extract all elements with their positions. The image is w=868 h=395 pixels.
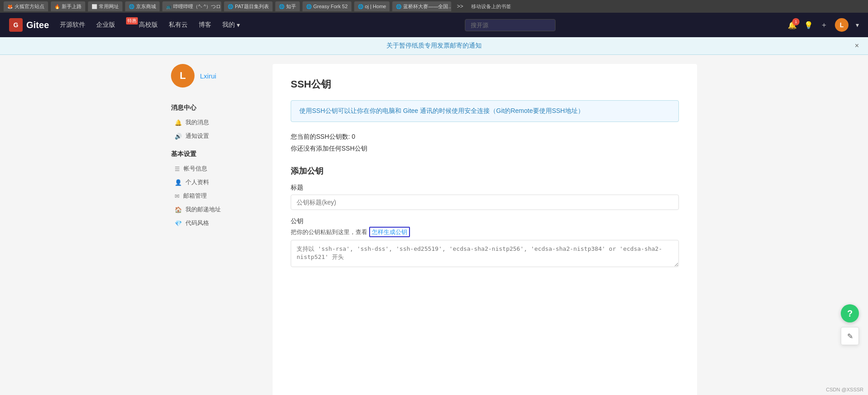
add-icon[interactable]: ＋ [820, 20, 828, 30]
sidebar-profile: L Lxirui [171, 64, 262, 95]
chevron-down-icon: ▾ [237, 21, 240, 29]
info-box: 使用SSH公钥可以让你在你的电脑和 Gitee 通讯的时候使用安全连接（Git的… [291, 100, 679, 122]
public-key-label: 公钥 [291, 217, 679, 225]
tab-huhu[interactable]: 🦊 火狐官方站点 [4, 1, 48, 11]
menu-item-private-cloud[interactable]: 私有云 [169, 21, 188, 29]
tab-favicon: 🌐 [129, 4, 134, 9]
user-avatar[interactable]: L [835, 18, 848, 32]
watermark: CSDN @XSSSR [826, 387, 863, 392]
main-layout: L Lxirui 消息中心 🔔 我的消息 🔊 通知设置 基本设置 ☰ 帐号信息 … [162, 55, 706, 395]
gitee-logo-icon: G [9, 18, 23, 32]
tab-favicon: 🌐 [228, 4, 233, 9]
key-title-input[interactable] [291, 195, 679, 210]
tab-bilibili[interactable]: 📺 哔哩哔哩（^- ^）つロ ... [162, 1, 221, 11]
sidebar-item-my-messages[interactable]: 🔔 我的消息 [171, 116, 262, 129]
help-button[interactable]: ? [841, 304, 859, 322]
notice-bar: 关于暂停纸质专用发票邮寄的通知 × [0, 37, 868, 55]
menu-item-university[interactable]: 高校版 [139, 21, 158, 29]
lamp-icon[interactable]: 💡 [804, 21, 813, 29]
tab-favicon: 🌐 [306, 4, 312, 9]
sidebar-item-profile[interactable]: 👤 个人资料 [171, 176, 262, 189]
public-key-desc: 把你的公钥粘贴到这里，查看 怎样生成公钥 [291, 228, 679, 236]
notification-badge: 1 [792, 18, 800, 25]
notice-close-button[interactable]: × [855, 42, 859, 50]
person-icon: 👤 [175, 179, 182, 186]
notification-icon[interactable]: 🔔 1 [788, 21, 797, 29]
main-content: SSH公钥 使用SSH公钥可以让你在你的电脑和 Gitee 通讯的时候使用安全连… [273, 64, 697, 395]
sidebar-item-email-management[interactable]: ✉ 邮箱管理 [171, 189, 262, 203]
bookmarks-tab[interactable]: 移动设备上的书签 [468, 2, 514, 11]
tab-oj[interactable]: 🌐 oj | Home [354, 1, 390, 11]
ssh-count-label: 您当前的SSH公钥数: 0 [291, 133, 679, 141]
menu-item-blog[interactable]: 博客 [199, 21, 211, 29]
browser-tab-bar: 🦊 火狐官方站点 🔥 新手上路 ⬜ 常用网址 🌐 京东商城 📺 哔哩哔哩（^- … [0, 0, 868, 13]
tab-zhihu[interactable]: 🌐 知乎 [275, 1, 300, 11]
sidebar-username-link[interactable]: Lxirui [200, 72, 216, 80]
brand-logo[interactable]: G Gitee [9, 18, 49, 32]
speaker-icon: 🔊 [175, 133, 182, 140]
home-icon: 🏠 [175, 206, 182, 213]
tab-jingdong[interactable]: 🌐 京东商城 [125, 1, 160, 11]
tab-pat[interactable]: 🌐 PAT题目集列表 [224, 1, 273, 11]
tab-favicon: 🦊 [7, 4, 13, 9]
notice-text: 关于暂停纸质专用发票邮寄的通知 [386, 42, 482, 50]
code-icon: 💎 [175, 220, 182, 227]
add-key-section-title: 添加公钥 [291, 166, 679, 176]
tab-changyongwangzhi[interactable]: ⬜ 常用网址 [88, 1, 122, 11]
navbar-icons: 🔔 1 💡 ＋ L ▾ [788, 18, 859, 32]
account-icon: ☰ [175, 166, 180, 172]
menu-item-enterprise[interactable]: 企业版 特惠 [96, 21, 128, 29]
bell-icon: 🔔 [175, 119, 182, 126]
sidebar: L Lxirui 消息中心 🔔 我的消息 🔊 通知设置 基本设置 ☰ 帐号信息 … [171, 64, 262, 395]
tab-greasyfork[interactable]: 🌐 Greasy Fork 52 [302, 1, 351, 11]
menu-item-opensource[interactable]: 开源软件 [60, 21, 85, 29]
title-label: 标题 [291, 184, 679, 192]
navbar-menu: 开源软件 企业版 特惠 高校版 私有云 博客 我的 ▾ [60, 21, 454, 29]
enterprise-badge: 特惠 [126, 17, 138, 24]
edit-button[interactable]: ✎ [841, 327, 859, 345]
tab-favicon: ⬜ [92, 4, 97, 9]
sidebar-item-code-style[interactable]: 💎 代码风格 [171, 216, 262, 230]
tab-xinshoushanglu[interactable]: 🔥 新手上路 [51, 1, 85, 11]
tab-favicon: 🌐 [279, 4, 284, 9]
page-title: SSH公钥 [291, 78, 679, 91]
search-input[interactable] [465, 19, 556, 31]
sidebar-item-notification-settings[interactable]: 🔊 通知设置 [171, 129, 262, 143]
tab-favicon: 🌐 [358, 4, 363, 9]
chevron-down-icon[interactable]: ▾ [856, 21, 859, 29]
sidebar-section-messages-title: 消息中心 [171, 104, 262, 112]
tab-lanqiao[interactable]: 🌐 蓝桥杯大赛——全国... [392, 1, 451, 11]
tab-favicon: 📺 [166, 4, 171, 9]
tab-favicon: 🔥 [54, 4, 60, 9]
tabs-overflow-icon[interactable]: >> [454, 2, 466, 10]
no-key-message: 你还没有添加任何SSH公钥 [291, 145, 679, 153]
menu-item-mine[interactable]: 我的 ▾ [222, 21, 240, 29]
public-key-textarea[interactable] [291, 240, 679, 267]
how-to-generate-key-link[interactable]: 怎样生成公钥 [369, 227, 410, 237]
avatar: L [171, 64, 195, 88]
sidebar-section-settings-title: 基本设置 [171, 150, 262, 158]
sidebar-item-shipping-address[interactable]: 🏠 我的邮递地址 [171, 203, 262, 216]
sidebar-item-account-info[interactable]: ☰ 帐号信息 [171, 162, 262, 176]
info-box-text: 使用SSH公钥可以让你在你的电脑和 Gitee 通讯的时候使用安全连接（Git的… [299, 107, 584, 114]
navbar: G Gitee 开源软件 企业版 特惠 高校版 私有云 博客 我的 ▾ 🔔 [0, 13, 868, 37]
tab-favicon: 🌐 [396, 4, 401, 9]
email-icon: ✉ [175, 193, 180, 200]
